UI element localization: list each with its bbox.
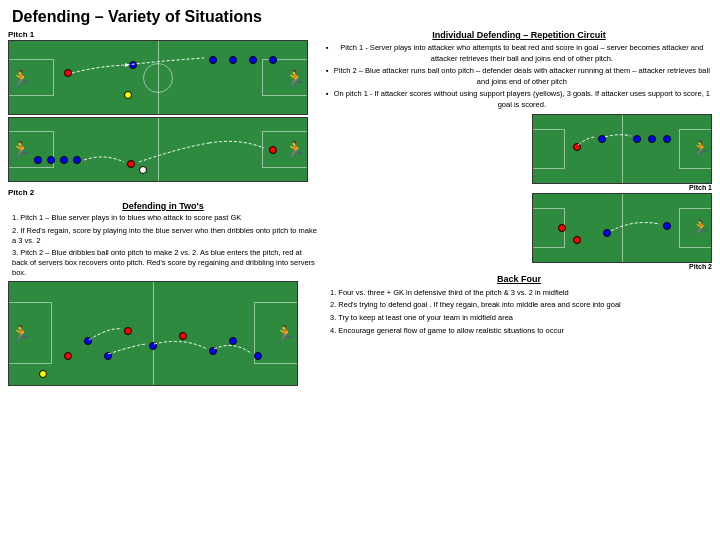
back-four-section: Back Four 1. Four vs. three + GK in defe… [326,274,712,336]
right-pitch1-wrapper: 🏃 Pitch 1 [326,114,712,191]
bullet-section: ▪ Pitch 1 - Server plays into attacker w… [326,43,712,110]
pitch1-bottom: 🏃 🏃 [8,117,308,182]
right-pitch1: 🏃 [532,114,712,184]
page-title: Defending – Variety of Situations [0,0,720,30]
back-four-title: Back Four [326,274,712,286]
defending-twos-item-1: 1. Pitch 1 – Blue server plays in to blu… [8,213,318,223]
rp2-arrows [533,194,711,262]
pitch1-label: Pitch 1 [8,30,318,39]
left-column: Pitch 1 🏃 🏃 [8,30,318,386]
back-four-item-4: 4. Encourage general flow of game to all… [326,326,712,336]
defending-twos-title: Defending in Two's [8,201,318,211]
rp1-arrows [533,115,711,183]
bullet-1: ▪ Pitch 1 - Server plays into attacker w… [326,43,712,64]
right-column: Individual Defending – Repetition Circui… [326,30,712,386]
defending-twos-item-3: 3. Pitch 2 – Blue dribbles ball onto pit… [8,248,318,277]
bottom-pitch: 🏃 🏃 [8,281,298,386]
pitch2-label: Pitch 2 [8,188,318,197]
bottom-pitch-arrows [9,282,297,385]
defending-twos-item-2: 2. If Red's regain, score by playing int… [8,226,318,246]
pitch1-container: Pitch 1 🏃 🏃 [8,30,318,182]
bullet-3: ▪ On pitch 1 - If attacker scores withou… [326,89,712,110]
right-pitch2-label: Pitch 2 [326,263,712,270]
back-four-item-2: 2. Red's trying to defend goal . If they… [326,300,712,310]
back-four-item-3: 3. Try to keep at least one of your team… [326,313,712,323]
defending-twos-section: Defending in Two's 1. Pitch 1 – Blue ser… [8,201,318,278]
back-four-item-1: 1. Four vs. three + GK in defensive thir… [326,288,712,298]
right-pitch1-label: Pitch 1 [326,184,712,191]
pitch1-field: 🏃 🏃 [8,40,308,115]
right-header: Individual Defending – Repetition Circui… [326,30,712,40]
right-pitch2: 🏃 [532,193,712,263]
bullet-2: ▪ Pitch 2 – Blue attacker runs ball onto… [326,66,712,87]
pitch1-arrows [9,41,307,114]
right-pitch2-wrapper: 🏃 Pitch 2 [326,193,712,270]
pitch1-bottom-arrows [9,118,307,181]
